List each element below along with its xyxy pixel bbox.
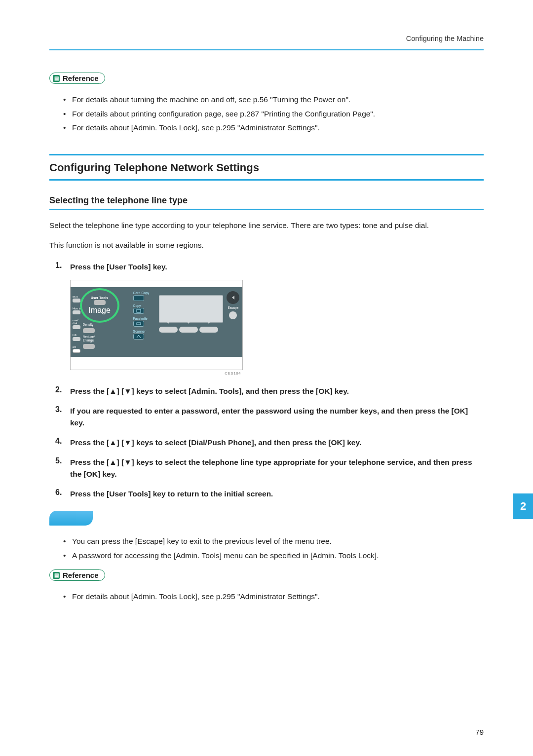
reference-icon-bottom: ▤ (53, 572, 60, 579)
panel-left-btn-4 (73, 349, 80, 353)
panel-mid-column: User Tools Image (83, 291, 130, 349)
panel-left-lbl-3: hift (73, 334, 83, 337)
panel-mode-column: Card Copy Copy Facsimile Scanner (130, 291, 156, 340)
panel-left-btn-1 (73, 310, 80, 314)
running-header: Configuring the Machine (49, 35, 484, 50)
note-1: A password for accessing the [Admin. Too… (63, 549, 484, 563)
user-tools-highlight: User Tools Image (83, 291, 116, 320)
user-tools-label: User Tools (91, 296, 108, 300)
step-3-text: If you are requested to enter a password… (70, 405, 484, 429)
softkey-2[interactable] (179, 327, 198, 333)
ref2-item-0: For details about [Admin. Tools Lock], s… (63, 590, 484, 604)
escape-button[interactable] (229, 311, 237, 319)
svg-rect-0 (137, 309, 141, 312)
copy-button[interactable] (133, 308, 144, 314)
density-button[interactable] (83, 328, 95, 333)
step-6-text: Press the [User Tools] key to return to … (70, 488, 484, 500)
panel-left-lbl-0: ss s (73, 295, 83, 298)
control-panel-figure: ss s Hoo ial use/ dial hift ert (70, 280, 484, 378)
figure-caption: CES184 (70, 370, 243, 378)
user-tools-button[interactable] (94, 300, 106, 305)
escape-label: Escape (228, 306, 238, 309)
scanner-label: Scanner (133, 330, 146, 333)
ref1-item-2: For details about [Admin. Tools Lock], s… (63, 121, 484, 135)
paragraph-2: This function is not available in some r… (49, 239, 484, 252)
step-2: Press the [▲] [▼] keys to select [Admin.… (55, 385, 484, 397)
panel-left-lbl-4: ert (73, 345, 83, 348)
ref1-item-0: For details about turning the machine on… (63, 93, 484, 107)
panel-left-lbl-2: use/ dial (73, 319, 83, 325)
image-label: Image (88, 306, 110, 315)
step-2-text: Press the [▲] [▼] keys to select [Admin.… (70, 385, 484, 397)
reference-label-bottom: Reference (63, 571, 99, 579)
reduce-enlarge-button[interactable] (83, 344, 95, 349)
step-1: Press the [User Tools] key. ss s Hoo ial… (55, 261, 484, 378)
scanner-button[interactable] (133, 334, 144, 340)
step-5: Press the [▲] [▼] keys to select the tel… (55, 456, 484, 480)
softkey-3[interactable] (199, 327, 218, 333)
panel-left-btn-0 (73, 299, 80, 302)
facsimile-button[interactable] (133, 321, 144, 327)
softkey-1[interactable] (159, 327, 178, 333)
notes-list: You can press the [Escape] key to exit t… (49, 534, 484, 563)
card-copy-button[interactable] (133, 295, 144, 301)
note-0: You can press the [Escape] key to exit t… (63, 534, 484, 549)
lcd-display (159, 295, 223, 323)
chapter-side-tab: 2 (513, 493, 533, 519)
reduce-enlarge-label: Reduce/ Enlarge (83, 335, 95, 342)
step-4-text: Press the [▲] [▼] keys to select [Dial/P… (70, 437, 484, 449)
reference-list-2: For details about [Admin. Tools Lock], s… (49, 590, 484, 604)
page-number: 79 (475, 728, 484, 736)
reference-list-1: For details about turning the machine on… (49, 93, 484, 135)
note-tab (49, 511, 93, 526)
density-label: Density (83, 323, 95, 326)
step-1-text: Press the [User Tools] key. (70, 261, 484, 273)
facsimile-label: Facsimile (133, 317, 148, 320)
ref1-item-1: For details about printing configuration… (63, 107, 484, 121)
panel-left-btn-2 (73, 325, 80, 329)
panel-escape-column: Escape (226, 291, 240, 319)
reference-icon: ▤ (53, 75, 60, 82)
panel-display-column (156, 291, 226, 333)
section-heading: Configuring Telephone Network Settings (49, 154, 484, 181)
reference-tag-top: ▤ Reference (49, 73, 105, 84)
sub-heading: Selecting the telephone line type (49, 195, 484, 210)
nav-left-button[interactable] (227, 291, 239, 304)
step-5-text: Press the [▲] [▼] keys to select the tel… (70, 456, 484, 480)
copy-label: Copy (133, 304, 141, 307)
reference-label: Reference (63, 74, 99, 82)
step-4: Press the [▲] [▼] keys to select [Dial/P… (55, 437, 484, 449)
card-copy-label: Card Copy (133, 291, 150, 295)
panel-left-btn-3 (73, 337, 80, 341)
step-3: If you are requested to enter a password… (55, 405, 484, 429)
paragraph-1: Select the telephone line type according… (49, 219, 484, 232)
step-6: Press the [User Tools] key to return to … (55, 488, 484, 500)
svg-rect-1 (137, 323, 141, 325)
steps-list: Press the [User Tools] key. ss s Hoo ial… (49, 261, 484, 500)
reference-tag-bottom: ▤ Reference (49, 569, 105, 581)
